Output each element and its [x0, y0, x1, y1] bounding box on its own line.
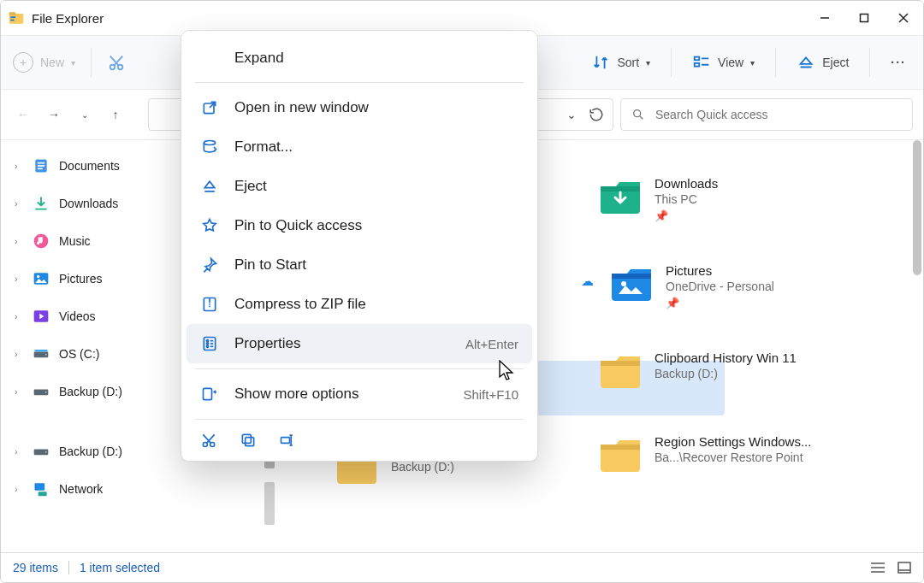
- ctx-compress-zip[interactable]: Compress to ZIP file: [187, 285, 532, 324]
- sidebar-item-backup-drive[interactable]: › Backup (D:): [1, 373, 172, 410]
- svg-line-16: [640, 116, 643, 119]
- open-new-icon: [200, 98, 219, 117]
- ctx-label: Show more options: [234, 386, 447, 403]
- ctx-pin-start[interactable]: Pin to Start: [187, 245, 532, 285]
- ctx-pin-quick-access[interactable]: Pin to Quick access: [187, 206, 532, 245]
- minimize-button[interactable]: [805, 1, 844, 35]
- sidebar-label: Network: [59, 482, 103, 496]
- forward-button[interactable]: →: [42, 108, 66, 121]
- recent-button[interactable]: ⌄: [73, 110, 97, 120]
- separator: [775, 48, 776, 77]
- sidebar-item-pictures[interactable]: › Pictures: [1, 260, 172, 297]
- sort-label: Sort: [617, 56, 639, 69]
- ctx-label: Eject: [234, 178, 518, 195]
- sidebar-item-network[interactable]: › Network: [1, 470, 172, 508]
- sidebar-item-os-drive[interactable]: › OS (C:): [1, 335, 172, 373]
- tile-downloads[interactable]: Downloads This PC 📌: [598, 174, 855, 222]
- app-icon: [8, 9, 25, 26]
- view-button[interactable]: View ▾: [687, 53, 760, 72]
- chevron-down-icon: ▾: [646, 58, 650, 68]
- tile-sub: Backup (D:): [391, 460, 454, 474]
- scrollbar-thumb[interactable]: [913, 140, 921, 275]
- caret-icon: ›: [15, 236, 23, 246]
- separator: [195, 82, 524, 83]
- sidebar-item-documents[interactable]: › Documents: [1, 147, 172, 185]
- format-icon: [200, 138, 219, 156]
- caret-icon: ›: [15, 198, 23, 209]
- caret-icon: ›: [15, 349, 23, 359]
- selection-count: 1 item selected: [80, 561, 160, 574]
- sidebar-label: Videos: [59, 309, 96, 323]
- search-input[interactable]: [654, 107, 902, 122]
- sidebar-item-downloads[interactable]: › Downloads: [1, 185, 172, 222]
- sidebar-item-videos[interactable]: › Videos: [1, 297, 172, 335]
- svg-rect-10: [695, 57, 700, 61]
- caret-icon: ›: [15, 386, 23, 397]
- tile-pictures[interactable]: ☁ Pictures OneDrive - Personal 📌: [598, 262, 855, 309]
- view-label: View: [718, 56, 743, 69]
- sidebar-label: Pictures: [59, 272, 103, 286]
- svg-rect-27: [35, 350, 48, 352]
- ctx-expand[interactable]: Expand: [187, 39, 532, 77]
- star-icon: [200, 216, 219, 235]
- svg-rect-18: [38, 162, 44, 164]
- sort-icon: [591, 53, 610, 72]
- sidebar-label: OS (C:): [59, 347, 99, 361]
- back-button[interactable]: ←: [11, 108, 35, 121]
- tile-region[interactable]: Region Settings Windows... Ba...\Recover…: [598, 433, 855, 477]
- details-view-button[interactable]: [870, 562, 886, 574]
- separator: [195, 368, 524, 369]
- sidebar-item-music[interactable]: › Music: [1, 222, 172, 260]
- sort-button[interactable]: Sort ▾: [586, 53, 655, 72]
- view-toggles: [870, 562, 911, 574]
- sidebar: › Documents › Downloads › Music › Pictur…: [1, 140, 172, 583]
- ctx-show-more-options[interactable]: Show more options Shift+F10: [187, 374, 532, 414]
- svg-rect-34: [38, 492, 47, 496]
- caret-icon: ›: [15, 484, 23, 494]
- ctx-eject[interactable]: Eject: [187, 167, 532, 206]
- cut-icon[interactable]: [200, 432, 217, 449]
- ctx-open-new-window[interactable]: Open in new window: [187, 88, 532, 127]
- chevron-down-icon[interactable]: ⌄: [566, 108, 577, 121]
- tile-sub: Ba...\Recover Restore Point: [654, 450, 811, 464]
- plus-icon: +: [13, 52, 33, 73]
- maximize-button[interactable]: [844, 1, 884, 35]
- new-button[interactable]: + New ▾: [13, 52, 75, 73]
- refresh-button[interactable]: [589, 107, 604, 122]
- svg-rect-0: [9, 14, 24, 24]
- svg-rect-19: [38, 165, 44, 167]
- sidebar-item-backup-drive-2[interactable]: › Backup (D:): [1, 433, 172, 470]
- svg-point-47: [206, 343, 208, 344]
- sidebar-label: Backup (D:): [59, 445, 122, 458]
- tiles-view-button[interactable]: [897, 562, 911, 574]
- ctx-label: Properties: [234, 335, 450, 352]
- copy-icon[interactable]: [240, 432, 257, 449]
- cloud-icon: ☁: [581, 274, 594, 289]
- svg-point-30: [45, 392, 47, 393]
- ctx-format[interactable]: Format...: [187, 127, 532, 167]
- window-title: File Explorer: [32, 11, 805, 26]
- status-bar: 29 items 1 item selected: [1, 552, 923, 582]
- tile-clipboard[interactable]: Clipboard History Win 11 Backup (D:): [598, 349, 855, 393]
- downloads-icon: [32, 195, 50, 212]
- svg-rect-56: [242, 434, 251, 443]
- close-button[interactable]: [884, 1, 923, 35]
- eject-button[interactable]: Eject: [791, 53, 854, 72]
- cut-icon[interactable]: [107, 53, 126, 72]
- caret-icon: ›: [15, 274, 23, 284]
- ctx-label: Expand: [234, 50, 518, 67]
- network-icon: [32, 480, 50, 498]
- svg-rect-20: [38, 168, 43, 170]
- rename-icon[interactable]: [279, 432, 296, 449]
- search-box[interactable]: [620, 98, 913, 131]
- more-button[interactable]: ···: [886, 56, 911, 69]
- ctx-label: Pin to Start: [234, 256, 518, 274]
- view-icon: [692, 53, 711, 72]
- svg-rect-11: [695, 63, 700, 67]
- pictures-icon: [32, 270, 50, 287]
- context-menu: Expand Open in new window Format... Ejec…: [181, 30, 538, 462]
- up-button[interactable]: ↑: [104, 108, 127, 121]
- properties-icon: [200, 334, 219, 353]
- documents-icon: [32, 157, 50, 174]
- ctx-properties[interactable]: Properties Alt+Enter: [187, 324, 532, 363]
